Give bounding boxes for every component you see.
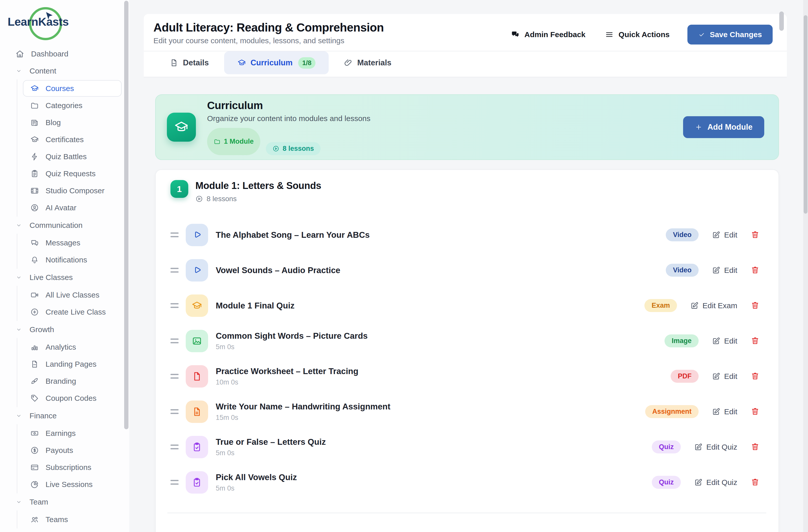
pie-chart-icon xyxy=(30,480,39,489)
sidebar-section-account[interactable]: Account xyxy=(0,529,129,532)
sidebar-item-analytics[interactable]: Analytics xyxy=(23,339,122,355)
tab-label: Curriculum xyxy=(251,58,293,68)
sidebar-item-payouts[interactable]: Payouts xyxy=(23,442,122,458)
drag-handle[interactable] xyxy=(170,409,179,414)
users-icon xyxy=(30,515,39,524)
delete-lesson-button[interactable] xyxy=(751,336,760,346)
tab-label: Materials xyxy=(357,58,391,68)
sidebar-item-live-sessions[interactable]: Live Sessions xyxy=(23,476,122,493)
lesson-body: Write Your Name – Handwriting Assignment… xyxy=(216,402,390,422)
delete-lesson-button[interactable] xyxy=(751,477,760,487)
page-title: Adult Literacy: Reading & Comprehension xyxy=(153,21,384,34)
tab-scrollbar[interactable] xyxy=(779,12,784,31)
edit-lesson-button[interactable]: Edit xyxy=(710,230,739,240)
sidebar-section-growth[interactable]: Growth xyxy=(0,321,129,338)
trash-icon xyxy=(751,406,760,416)
sidebar-item-subscriptions[interactable]: Subscriptions xyxy=(23,459,122,476)
delete-lesson-button[interactable] xyxy=(751,301,760,310)
page-scrollbar[interactable] xyxy=(803,0,808,532)
sidebar-section-finance[interactable]: Finance xyxy=(0,407,129,424)
plus-icon xyxy=(695,124,702,131)
curriculum-banner-icon-tile xyxy=(167,113,196,141)
sidebar-item-ai-avatar[interactable]: AI Avatar xyxy=(23,200,122,216)
delete-lesson-button[interactable] xyxy=(751,265,760,275)
edit-label: Edit Quiz xyxy=(706,478,737,487)
app-window: LearnKasts DashboardContentCoursesCatego… xyxy=(0,0,808,532)
sidebar-item-teams[interactable]: Teams xyxy=(23,511,122,528)
lesson-actions: AssignmentEdit xyxy=(645,405,760,418)
save-changes-button[interactable]: Save Changes xyxy=(687,25,773,44)
sidebar-item-notifications[interactable]: Notifications xyxy=(23,251,122,268)
sidebar-item-all-live-classes[interactable]: All Live Classes xyxy=(23,287,122,303)
curriculum-banner: Curriculum Organize your content into mo… xyxy=(155,94,779,160)
sidebar-item-label: Studio Composer xyxy=(45,186,105,195)
page-scrollbar-thumb[interactable] xyxy=(804,15,808,214)
graduation-cap-icon xyxy=(237,58,246,67)
sidebar-item-blog[interactable]: Blog xyxy=(23,114,122,131)
drag-handle[interactable] xyxy=(170,232,179,237)
edit-lesson-button[interactable]: Edit Quiz xyxy=(693,478,739,487)
module-divider xyxy=(167,513,766,513)
sidebar-item-label: Blog xyxy=(45,118,61,127)
lesson-row: Common Sight Words – Picture Cards5m 0sI… xyxy=(167,323,766,359)
edit-lesson-button[interactable]: Edit xyxy=(710,372,739,381)
edit-lesson-button[interactable]: Edit xyxy=(710,266,739,275)
sidebar-section-communication[interactable]: Communication xyxy=(0,217,129,234)
logo[interactable]: LearnKasts xyxy=(0,0,129,45)
edit-label: Edit xyxy=(724,266,737,274)
sidebar-item-landing-pages[interactable]: Landing Pages xyxy=(23,356,122,372)
edit-lesson-button[interactable]: Edit Quiz xyxy=(693,442,739,452)
sidebar-item-coupon-codes[interactable]: Coupon Codes xyxy=(23,390,122,406)
drag-handle[interactable] xyxy=(170,444,179,449)
check-icon xyxy=(698,31,705,38)
drag-handle[interactable] xyxy=(170,339,179,343)
delete-lesson-button[interactable] xyxy=(751,406,760,417)
lesson-title: True or False – Letters Quiz xyxy=(216,437,326,447)
sidebar-item-earnings[interactable]: Earnings xyxy=(23,425,122,441)
quick-actions-button[interactable]: Quick Actions xyxy=(603,30,671,39)
sidebar-item-label: Notifications xyxy=(45,255,87,264)
delete-lesson-button[interactable] xyxy=(751,442,760,452)
sidebar-item-categories[interactable]: Categories xyxy=(23,97,122,114)
sidebar-section-content[interactable]: Content xyxy=(0,62,129,79)
drag-handle[interactable] xyxy=(170,268,179,272)
sidebar-item-label: Categories xyxy=(45,101,82,110)
sidebar-item-create-live-class[interactable]: Create Live Class xyxy=(23,304,122,320)
sidebar-item-quiz-battles[interactable]: Quiz Battles xyxy=(23,148,122,165)
tab-materials[interactable]: Materials xyxy=(331,51,404,74)
edit-lesson-button[interactable]: Edit xyxy=(710,337,739,346)
sidebar-item-label: Dashboard xyxy=(31,50,69,58)
sidebar-item-certificates[interactable]: Certificates xyxy=(23,131,122,148)
sidebar-item-branding[interactable]: Branding xyxy=(23,373,122,390)
sidebar-item-messages[interactable]: Messages xyxy=(23,234,122,251)
tab-details[interactable]: Details xyxy=(157,51,222,74)
lesson-body: Common Sight Words – Picture Cards5m 0s xyxy=(216,331,368,351)
bell-icon xyxy=(30,255,39,264)
add-module-button[interactable]: Add Module xyxy=(683,116,764,138)
sidebar-scrollbar[interactable] xyxy=(124,1,128,429)
drag-handle[interactable] xyxy=(170,303,179,308)
course-header-card: Adult Literacy: Reading & Comprehension … xyxy=(144,14,787,77)
edit-lesson-button[interactable]: Edit Exam xyxy=(689,301,739,310)
sidebar-item-label: Landing Pages xyxy=(45,360,96,368)
sidebar-item-label: Coupon Codes xyxy=(45,394,96,402)
sidebar-section-team[interactable]: Team xyxy=(0,493,129,510)
edit-lesson-button[interactable]: Edit xyxy=(710,407,739,416)
lesson-duration: 5m 0s xyxy=(216,343,368,351)
delete-lesson-button[interactable] xyxy=(751,371,760,381)
sidebar-section-live-classes[interactable]: Live Classes xyxy=(0,269,129,286)
sidebar-item-label: AI Avatar xyxy=(45,204,76,212)
sidebar-item-courses[interactable]: Courses xyxy=(23,80,122,97)
delete-lesson-button[interactable] xyxy=(751,230,760,240)
sidebar-item-quiz-requests[interactable]: Quiz Requests xyxy=(23,165,122,182)
tab-curriculum[interactable]: Curriculum1/8 xyxy=(224,51,329,74)
image-icon xyxy=(191,336,202,346)
drag-handle[interactable] xyxy=(170,374,179,379)
sidebar-item-dashboard[interactable]: Dashboard xyxy=(0,45,129,62)
admin-feedback-button[interactable]: Admin Feedback xyxy=(509,30,587,39)
lesson-duration: 5m 0s xyxy=(216,484,297,492)
drag-handle[interactable] xyxy=(170,480,179,485)
sidebar-group-team: Teams xyxy=(17,510,129,529)
sidebar-item-label: Teams xyxy=(45,515,68,524)
sidebar-item-studio-composer[interactable]: Studio Composer xyxy=(23,182,122,199)
